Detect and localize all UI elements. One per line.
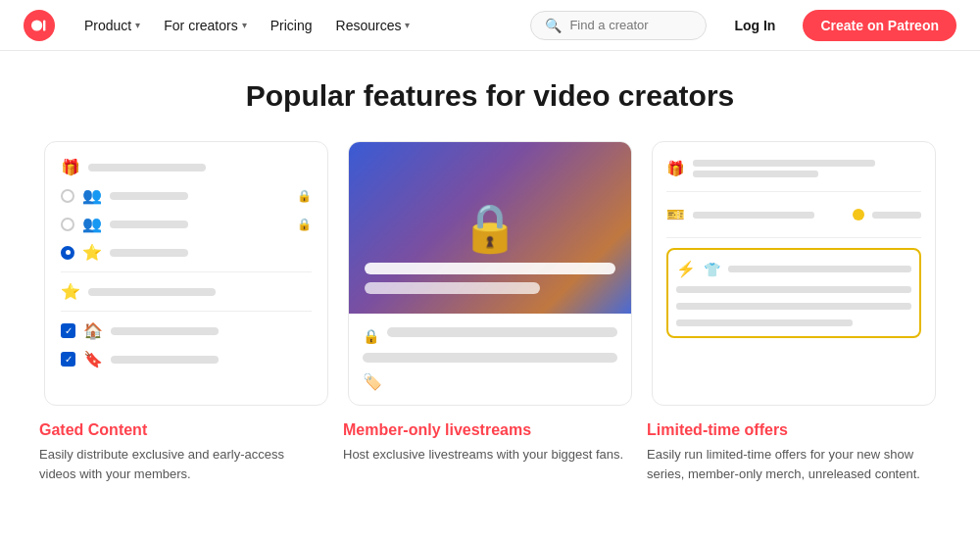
mock-bar [88, 164, 206, 172]
feature-desc-1: Easily distribute exclusive and early-ac… [39, 445, 323, 483]
search-input[interactable] [569, 18, 692, 32]
tier-row-2: 🎫 [666, 202, 921, 227]
highlight-lines [728, 266, 911, 272]
divider-4 [666, 237, 921, 238]
card2-form: 🔒 🏷️ [349, 314, 631, 405]
mock-row-6: 🏠 [61, 321, 312, 340]
mock-row-3: 👥 🔒 [61, 215, 312, 233]
svg-rect-1 [43, 20, 45, 30]
chevron-down-icon: ▾ [242, 20, 247, 30]
card-limited-offers: 🎁 🎫 [652, 141, 936, 406]
chevron-down-icon: ▾ [405, 20, 410, 30]
card-livestreams: 🔒 🔒 🏷️ [348, 141, 632, 406]
form-bar-2 [365, 282, 540, 294]
highlight-text-lines [676, 286, 911, 326]
highlight-card: ⚡ 👕 [666, 248, 921, 338]
tier-row-1: 🎁 [666, 156, 921, 181]
hl-bar-2 [676, 303, 911, 310]
bolt-icon: ⚡ [676, 260, 696, 278]
card3-body: 🎁 🎫 [653, 142, 935, 352]
search-icon: 🔍 [545, 18, 562, 33]
logo[interactable] [24, 10, 55, 41]
feature-desc-3: Easily run limited-time offers for your … [647, 445, 931, 483]
lock-icon-2: 🔒 [297, 218, 312, 231]
svg-point-0 [31, 20, 42, 30]
feature-limited-offers: Limited-time offers Easily run limited-t… [647, 421, 931, 483]
lock-icon: 🔒 [297, 189, 312, 203]
tier-bars-1 [693, 160, 921, 177]
mock-bar [110, 220, 188, 228]
tier-bars-2 [693, 212, 845, 219]
group-icon: 👥 [82, 186, 102, 205]
login-button[interactable]: Log In [718, 10, 791, 41]
gift-card-icon: 🎫 [666, 206, 685, 223]
highlight-row: ⚡ 👕 [676, 260, 911, 278]
gift-icon-2: 🎁 [666, 160, 685, 177]
divider-2 [61, 311, 312, 312]
feature-gated: Gated Content Easily distribute exclusiv… [39, 421, 323, 483]
logo-icon [24, 10, 55, 41]
tier-bar [693, 160, 875, 167]
nav-product[interactable]: Product ▾ [74, 12, 150, 39]
nav-right: 🔍 Log In Create on Patreon [530, 10, 956, 41]
mock-bar [111, 327, 219, 335]
feature-desc-2: Host exclusive livestreams with your big… [343, 445, 627, 465]
star-icon: ⭐ [82, 243, 102, 262]
divider-3 [666, 191, 921, 192]
mock-row-1: 🎁 [61, 158, 312, 176]
hl-bar [728, 266, 911, 272]
nav-pricing[interactable]: Pricing [261, 12, 322, 39]
radio-off-2[interactable] [61, 218, 74, 231]
lock-large-icon: 🔒 [461, 201, 519, 256]
mock-bar [88, 288, 216, 296]
tag-row: 🏷️ [363, 372, 617, 391]
bookmark-icon: 🔖 [83, 350, 103, 368]
mock-row-2: 👥 🔒 [61, 186, 312, 205]
feature-livestreams: Member-only livestreams Host exclusive l… [343, 421, 627, 483]
nav-links: Product ▾ For creators ▾ Pricing Resourc… [74, 12, 419, 39]
form-bar-wide [387, 327, 617, 337]
form-bar-wide-2 [363, 353, 617, 363]
tag-icon: 🏷️ [363, 373, 382, 390]
tshirt-icon: 👕 [704, 262, 720, 277]
divider [61, 271, 312, 272]
lock-small-icon: 🔒 [363, 328, 379, 344]
mock-bar [111, 356, 219, 364]
nav-resources[interactable]: Resources ▾ [326, 12, 420, 39]
tier-bar [872, 212, 921, 219]
tier-bar [693, 171, 818, 177]
group-icon-2: 👥 [82, 215, 102, 233]
checkbox-2[interactable] [61, 352, 75, 367]
mock-bar [110, 192, 188, 200]
gift-icon: 🎁 [61, 158, 80, 176]
search-box[interactable]: 🔍 [530, 11, 707, 40]
card1-body: 🎁 👥 🔒 👥 🔒 ⭐ [45, 142, 327, 394]
nav-for-creators[interactable]: For creators ▾ [154, 12, 256, 39]
card-gated-content: 🎁 👥 🔒 👥 🔒 ⭐ [44, 141, 328, 406]
hl-bar-1 [676, 286, 911, 293]
mock-bar [110, 249, 188, 257]
navbar: Product ▾ For creators ▾ Pricing Resourc… [0, 0, 980, 51]
card2-hero: 🔒 [349, 142, 631, 314]
badge-dot [853, 209, 864, 220]
feature-title-2: Member-only livestreams [343, 421, 627, 439]
tier-bar [693, 212, 814, 219]
chevron-down-icon: ▾ [135, 20, 140, 30]
page-title: Popular features for video creators [39, 78, 941, 114]
radio-off-1[interactable] [61, 189, 74, 203]
star-icon-2: ⭐ [61, 282, 80, 301]
form-bar-1 [365, 263, 615, 274]
features-row: Gated Content Easily distribute exclusiv… [39, 421, 941, 483]
feature-title-1: Gated Content [39, 421, 323, 439]
home-icon: 🏠 [83, 321, 103, 340]
hl-bar-3 [676, 319, 853, 326]
checkbox-1[interactable] [61, 323, 75, 338]
mock-row-4: ⭐ [61, 243, 312, 262]
radio-on[interactable] [61, 246, 74, 260]
create-button[interactable]: Create on Patreon [803, 10, 956, 41]
mock-row-5: ⭐ [61, 282, 312, 301]
cards-row: 🎁 👥 🔒 👥 🔒 ⭐ [39, 141, 941, 406]
feature-title-3: Limited-time offers [647, 421, 931, 439]
mock-row-7: 🔖 [61, 350, 312, 368]
main-content: Popular features for video creators 🎁 👥 … [0, 51, 980, 483]
